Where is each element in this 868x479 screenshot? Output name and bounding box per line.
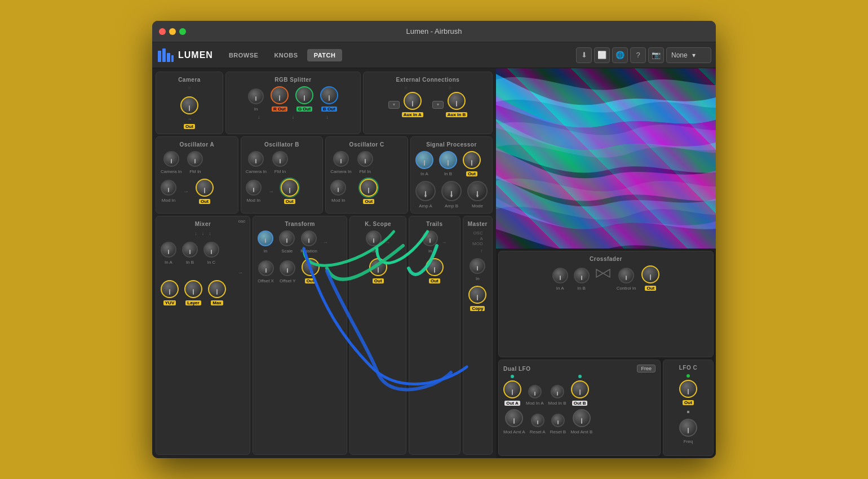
oscb-modIn-knob[interactable] <box>246 180 262 196</box>
oscb-fmIn-knob[interactable] <box>272 151 288 167</box>
rgb-in-knob[interactable] <box>248 88 264 104</box>
master-copy-knob[interactable] <box>468 286 486 304</box>
ks-in-knob[interactable] <box>366 230 382 246</box>
trails-title: Trails <box>414 221 455 227</box>
sp-mode-knob[interactable] <box>467 181 488 201</box>
cf-inB-group: In B <box>574 268 590 291</box>
close-button[interactable] <box>159 28 166 35</box>
free-button[interactable]: Free <box>637 365 656 372</box>
ext-aux-b-group: Aux In B <box>446 92 467 117</box>
osca-arrow: → <box>183 188 189 194</box>
camera-icon-btn[interactable]: 📷 <box>648 47 664 63</box>
tr-offY-knob[interactable] <box>280 260 295 276</box>
minimize-button[interactable] <box>169 28 176 35</box>
sp-ampB-knob[interactable] <box>441 181 462 201</box>
module-camera: Camera → Out <box>156 72 223 134</box>
module-trails: Trails In → Out <box>409 216 460 455</box>
tr2-out-knob[interactable] <box>426 258 444 276</box>
rgb-in-label: In <box>254 107 258 112</box>
mixer-inB-knob[interactable] <box>182 242 198 258</box>
maximize-button[interactable] <box>179 28 186 35</box>
sp-inB-label: In B <box>444 171 452 176</box>
help-icon-btn[interactable]: ? <box>630 47 646 63</box>
tab-patch[interactable]: PATCH <box>307 49 343 61</box>
oscc-camIn-knob[interactable] <box>333 151 349 167</box>
cf-inB-label: In B <box>578 286 586 291</box>
oscc-out-label: Out <box>363 199 374 204</box>
mixer-yuv-knob[interactable] <box>161 280 179 298</box>
master-in-group: In <box>470 258 485 281</box>
tr-rotation-knob[interactable] <box>301 230 317 246</box>
osca-modIn-knob[interactable] <box>161 180 176 196</box>
dlfo-modInA-label: Mod In A <box>526 401 544 406</box>
tr2-in-knob[interactable] <box>422 230 438 246</box>
oscc-fmIn-knob[interactable] <box>357 151 373 167</box>
mid-modules-row: Oscillator A Camera In FM In <box>156 136 493 214</box>
dlfo-outB-knob[interactable] <box>571 380 589 398</box>
dropdown-arrow-icon: ▾ <box>692 51 696 59</box>
sp-ampA-knob[interactable] <box>415 181 436 201</box>
osca-out-label: Out <box>199 199 210 204</box>
download-icon-btn[interactable]: ⬇ <box>576 47 592 63</box>
dlfo-outA-knob[interactable] <box>503 380 521 398</box>
dlfo-resetB-knob[interactable] <box>551 414 565 427</box>
osca-out-knob[interactable] <box>196 179 214 197</box>
osca-fmIn-knob[interactable] <box>187 151 203 167</box>
lfoc-title: LFO C <box>679 365 698 371</box>
dlfo-modAmtA-knob[interactable] <box>505 409 523 427</box>
preset-dropdown[interactable]: None ▾ <box>666 47 711 63</box>
window-title: Lumen - Airbrush <box>406 27 462 36</box>
dlfo-modInB-knob[interactable] <box>551 385 564 398</box>
oscc-camIn-label: Camera In <box>330 169 351 174</box>
sp-inA-knob[interactable] <box>415 151 433 169</box>
sp-out-knob[interactable] <box>463 151 481 169</box>
logo-icon <box>157 46 175 64</box>
rgb-gout-knob[interactable] <box>295 86 313 104</box>
rgb-bout-knob[interactable] <box>320 86 338 104</box>
mixer-max-knob[interactable] <box>208 280 226 298</box>
mixer-inA-label: In A <box>165 260 172 265</box>
oscb-out-knob[interactable] <box>281 179 299 197</box>
ks-out-knob[interactable] <box>369 258 387 276</box>
dlfo-outB-label: Out B <box>572 401 588 406</box>
mixer-inA-knob[interactable] <box>161 242 176 258</box>
osca-camIn-knob[interactable] <box>163 151 179 167</box>
mixer-layer-knob[interactable] <box>184 280 202 298</box>
lfoc-out-knob[interactable] <box>679 380 697 398</box>
globe-icon-btn[interactable]: 🌐 <box>612 47 628 63</box>
dlfo-resetA-knob[interactable] <box>531 414 544 427</box>
cf-inB-knob[interactable] <box>574 268 590 283</box>
tr-offX-knob[interactable] <box>258 260 274 276</box>
dlfo-modAmtB-knob[interactable] <box>573 409 591 427</box>
mixer-inC-knob[interactable] <box>203 242 219 258</box>
dlfo-modInA-knob[interactable] <box>528 385 542 398</box>
cf-inA-knob[interactable] <box>552 268 568 283</box>
ks-in-label: In <box>372 249 376 254</box>
tab-browse[interactable]: BROWSE <box>222 49 265 61</box>
cf-controlIn-knob[interactable] <box>618 268 634 283</box>
svg-rect-0 <box>158 51 161 62</box>
oscc-out-knob[interactable] <box>360 179 378 197</box>
module-rgb-splitter: RGB Splitter In R Out G Out <box>225 72 361 134</box>
tr-out-label: Out <box>305 278 316 283</box>
ext-aux-b-knob[interactable] <box>448 92 466 110</box>
tr-scale-label: Scale <box>281 249 293 254</box>
lfoc-freq-knob[interactable] <box>679 419 697 437</box>
screen-icon-btn[interactable]: ⬜ <box>594 47 610 63</box>
tr-scale-knob[interactable] <box>279 230 295 246</box>
tr-in-knob[interactable] <box>258 230 273 246</box>
tab-knobs[interactable]: KNOBS <box>267 49 304 61</box>
ext-aux-a-knob[interactable] <box>404 92 422 110</box>
sp-inA-group: In A <box>415 151 433 176</box>
rgb-rout-knob[interactable] <box>271 86 289 104</box>
oscb-camIn-knob[interactable] <box>248 151 264 167</box>
dlfo-modInA-group: Mod In A <box>526 385 544 406</box>
sp-inB-knob[interactable] <box>439 151 457 169</box>
oscc-modIn-knob[interactable] <box>330 180 346 196</box>
master-in-knob[interactable] <box>470 258 485 274</box>
mixer-layer-group: Layer <box>184 280 202 305</box>
cf-out-knob[interactable] <box>641 265 659 283</box>
ext-title: External Connections <box>368 77 488 83</box>
camera-out-knob[interactable] <box>180 96 198 114</box>
tr-out-knob[interactable] <box>302 258 320 276</box>
